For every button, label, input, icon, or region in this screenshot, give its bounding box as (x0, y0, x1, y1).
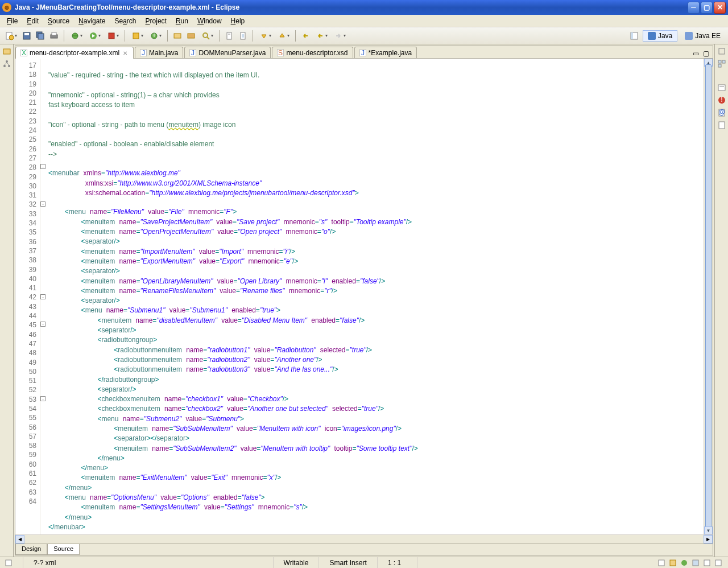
vertical-scrollbar[interactable]: ▲ ▼ (704, 59, 713, 534)
perspective-java[interactable]: Java (643, 30, 677, 42)
save-button[interactable] (20, 30, 33, 42)
svg-rect-60 (704, 560, 710, 566)
restore-icon[interactable] (717, 47, 726, 56)
new-package-button[interactable]: + (147, 30, 164, 42)
status-insert-mode: Smart Insert (318, 557, 377, 568)
svg-point-1 (9, 35, 14, 40)
scroll-left-arrow[interactable]: ◀ (15, 535, 24, 544)
back-button[interactable] (313, 30, 330, 42)
separator (64, 30, 64, 42)
tasks-icon[interactable] (717, 83, 726, 92)
menu-help[interactable]: Help (226, 16, 250, 26)
tab-dommenuparser[interactable]: J DOMMenuParser.java (184, 47, 271, 58)
editor-tabs: X menu-descriptor-example.xml ✕ J Main.j… (15, 46, 713, 59)
save-all-button[interactable] (34, 30, 47, 42)
toggle-mark-button[interactable] (223, 30, 235, 42)
menu-search[interactable]: Search (110, 16, 140, 26)
print-button[interactable] (48, 30, 60, 42)
titlebar: ◍ Java - JMenuBarCreatingTool/menu-descr… (0, 0, 728, 15)
svg-point-18 (203, 33, 208, 38)
svg-text:!: ! (721, 96, 722, 104)
design-tab[interactable]: Design (15, 544, 47, 555)
tab-example-java[interactable]: J *Example.java (354, 47, 417, 58)
sb-icon-2[interactable] (669, 559, 677, 567)
svg-rect-56 (659, 560, 664, 566)
separator (295, 30, 296, 42)
menu-navigate[interactable]: Navigate (74, 16, 110, 26)
open-perspective-button[interactable] (628, 30, 640, 42)
scroll-thumb[interactable] (705, 64, 712, 529)
svg-rect-13 (133, 33, 139, 39)
menu-window[interactable]: Window (193, 16, 226, 26)
tab-label: menu-descriptor-example.xml (30, 49, 119, 57)
svg-rect-16 (174, 34, 181, 38)
declaration-icon[interactable] (717, 121, 726, 130)
tab-label: Main.java (149, 49, 178, 57)
maximize-editor-icon[interactable]: ▢ (701, 49, 710, 58)
svg-text:J: J (142, 50, 145, 56)
perspective-javaee[interactable]: Java EE (680, 30, 726, 42)
sb-icon-4[interactable] (692, 559, 700, 567)
javadoc-icon[interactable]: @ (717, 108, 726, 117)
toolbar: + Java Java EE (0, 27, 728, 44)
workbench: X menu-descriptor-example.xml ✕ J Main.j… (0, 44, 728, 557)
source-code[interactable]: "value" - required - string - the text w… (46, 59, 704, 534)
sb-icon-3[interactable] (680, 559, 688, 567)
package-explorer-icon[interactable] (2, 47, 11, 56)
prev-annotation-button[interactable] (275, 30, 292, 42)
ext-tools-button[interactable] (104, 30, 121, 42)
new-java-button[interactable] (129, 30, 146, 42)
menu-run[interactable]: Run (171, 16, 193, 26)
sb-icon-1[interactable] (657, 559, 665, 567)
close-tab-icon[interactable]: ✕ (122, 50, 129, 56)
sb-icon-6[interactable] (714, 559, 722, 567)
last-edit-button[interactable] (299, 30, 312, 42)
menu-project[interactable]: Project (141, 16, 171, 26)
tab-menu-descriptor-example[interactable]: X menu-descriptor-example.xml ✕ (15, 47, 134, 59)
tab-menu-descriptor-xsd[interactable]: S menu-descriptor.xsd (272, 47, 353, 58)
line-number-gutter: 1718192021222324252627282930313233343536… (15, 59, 40, 534)
source-tab[interactable]: Source (47, 544, 80, 555)
scroll-right-arrow[interactable]: ▶ (704, 535, 713, 544)
tab-main-java[interactable]: J Main.java (135, 47, 183, 58)
menu-source[interactable]: Source (43, 16, 74, 26)
run-button[interactable] (86, 30, 103, 42)
svg-rect-45 (718, 60, 721, 63)
open-task-button[interactable] (185, 30, 197, 42)
menu-edit[interactable]: Edit (22, 16, 43, 26)
new-button[interactable] (2, 30, 19, 42)
svg-marker-24 (262, 35, 266, 38)
next-annotation-button[interactable] (257, 30, 274, 42)
outline-icon[interactable] (717, 59, 726, 68)
window-title: Java - JMenuBarCreatingTool/menu-descrip… (15, 3, 686, 11)
search-button[interactable] (198, 30, 216, 42)
close-button[interactable]: ✕ (714, 2, 726, 14)
toggle-block-button[interactable] (237, 30, 249, 42)
svg-text:@: @ (718, 108, 725, 116)
svg-rect-44 (719, 48, 725, 54)
svg-rect-48 (718, 85, 725, 90)
hscroll-track[interactable] (24, 535, 704, 544)
svg-rect-3 (24, 33, 29, 35)
svg-text:+: + (152, 31, 156, 39)
left-trim (0, 44, 14, 557)
debug-button[interactable] (68, 30, 85, 42)
horizontal-scrollbar[interactable]: ◀ ▶ (15, 534, 713, 544)
fold-column: ----- (40, 59, 46, 534)
problems-icon[interactable]: ! (717, 96, 726, 105)
open-type-button[interactable] (171, 30, 184, 42)
menubar: File Edit Source Navigate Search Project… (0, 15, 728, 27)
menu-file[interactable]: File (2, 16, 22, 26)
hierarchy-icon[interactable] (2, 59, 11, 68)
maximize-button[interactable]: ▢ (701, 2, 713, 14)
svg-text:S: S (278, 50, 283, 56)
scroll-down-arrow[interactable]: ▼ (704, 526, 713, 534)
svg-rect-55 (6, 560, 11, 566)
minimize-button[interactable]: ─ (688, 2, 700, 14)
minimize-editor-icon[interactable]: ▭ (691, 49, 700, 58)
sb-icon-5[interactable] (703, 559, 711, 567)
java-file-icon: J (359, 50, 366, 56)
svg-text:X: X (22, 50, 26, 56)
xml-file-icon: X (20, 50, 27, 56)
forward-button[interactable] (331, 30, 348, 42)
